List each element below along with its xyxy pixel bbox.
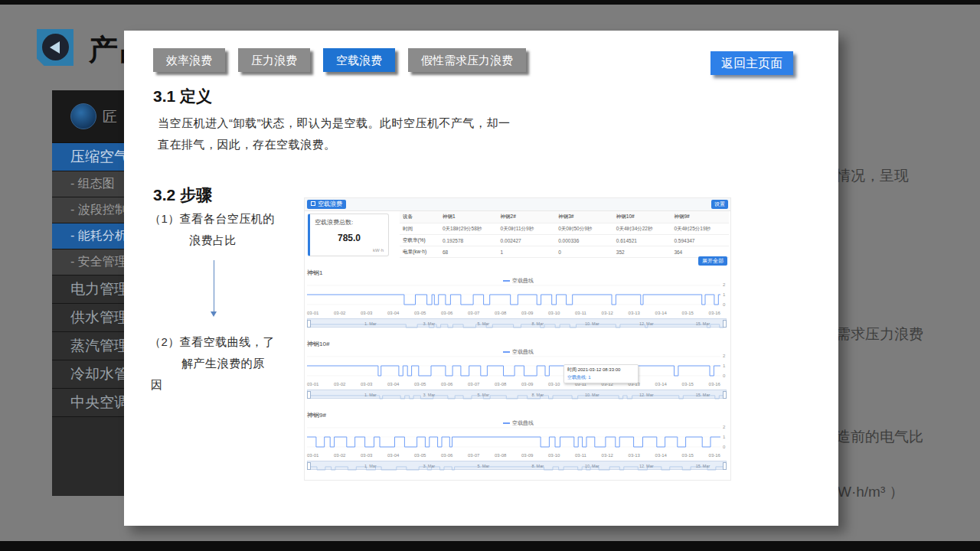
x-axis-tick: 03-02: [334, 311, 345, 315]
tab-假性需求压力浪费[interactable]: 假性需求压力浪费: [408, 48, 526, 72]
table-cell: 0.614521: [613, 238, 671, 243]
window-icon: [311, 201, 315, 206]
table-cell: 352: [613, 249, 671, 255]
chart-tooltip: 时间:2021-03-12 08:33:00 空载曲线: 1: [564, 364, 639, 383]
app-logo-icon: [70, 103, 96, 129]
chart-brush[interactable]: 1. Mar3. Mar5. Mar8. Mar10. Mar12. Mar15…: [307, 390, 727, 399]
x-axis-tick: 03-10: [548, 382, 560, 386]
back-arrow-icon: [42, 34, 69, 60]
table-row-label: 电量(kw·h): [400, 249, 439, 256]
x-axis-tick: 03-03: [361, 453, 372, 458]
step2-text: （2）查看空载曲线，了: [149, 335, 275, 350]
x-axis: 03-0103-0203-0303-0403-0503-0603-0703-08…: [307, 382, 720, 386]
x-axis-tick: 03-06: [441, 382, 452, 386]
chart-title: 神钢10#: [307, 340, 329, 348]
table-header-cell: 神钢2#: [498, 214, 556, 220]
steps-heading: 3.2 步骤: [153, 184, 212, 206]
dashboard-screenshot: 空载浪费 设置 空载浪费总数: 785.0 kW·h 设备神钢1神钢2#神钢3#…: [304, 197, 731, 481]
charts-area: 神钢1 空载曲线 210 03-0103-0203-0303-0403-0503…: [305, 269, 732, 482]
tab-压力浪费[interactable]: 压力浪费: [238, 48, 310, 72]
background-text-fragment: 造前的电气比: [836, 427, 923, 447]
x-axis-tick: 03-10: [548, 311, 560, 315]
x-axis-tick: 03-02: [334, 453, 345, 458]
brush-label: 1. Mar: [364, 393, 377, 397]
idle-waste-badge: 空载浪费: [307, 200, 346, 209]
brush-handle-left[interactable]: [307, 391, 311, 399]
x-axis-tick: 03-08: [495, 382, 506, 386]
brush-label: 8. Mar: [532, 321, 544, 326]
return-home-button[interactable]: 返回主页面: [710, 51, 793, 75]
tab-效率浪费[interactable]: 效率浪费: [153, 48, 225, 72]
brush-label: 5. Mar: [478, 464, 490, 468]
brush-label: 8. Mar: [532, 393, 544, 397]
x-axis-tick: 03-08: [495, 311, 506, 315]
top-letterbox-bar: [0, 0, 980, 5]
summary-card-label: 空载浪费总数:: [315, 218, 353, 227]
x-axis-tick: 03-03: [361, 311, 372, 315]
legend-line-icon: [503, 280, 510, 282]
table-row: 电量(kw·h)6810352364: [400, 246, 729, 258]
bottom-letterbox-bar: [0, 541, 980, 551]
brush-handle-right[interactable]: [723, 462, 727, 470]
brush-label: 1. Mar: [364, 464, 377, 468]
table-cell: 68: [439, 249, 498, 255]
table-cell: 0: [555, 249, 613, 255]
x-axis-tick: 03-01: [307, 311, 318, 315]
chart-section: 神钢9# 空载曲线 210 03-0103-0203-0303-0403-050…: [305, 411, 732, 482]
x-axis-tick: 03-16: [709, 453, 720, 458]
dashboard-header: 空载浪费 设置: [305, 198, 730, 211]
tab-空载浪费[interactable]: 空载浪费: [323, 48, 395, 72]
chart-title: 神钢1: [307, 269, 322, 277]
brush-handle-left[interactable]: [307, 320, 311, 328]
idle-curve-chart: [307, 427, 720, 452]
x-axis-tick: 03-11: [575, 311, 586, 315]
back-button[interactable]: [37, 29, 74, 66]
brush-label: 3. Mar: [423, 393, 436, 397]
chart-title: 神钢9#: [307, 411, 326, 419]
idle-curve-line: [307, 295, 720, 305]
x-axis-tick: 03-12: [602, 453, 613, 458]
background-text-fragment: 情况，呈现: [836, 166, 909, 186]
y-axis-tick: 2: [723, 282, 730, 287]
x-axis-tick: 03-05: [414, 453, 426, 458]
idle-curve-chart: [307, 356, 720, 380]
chart-brush[interactable]: 1. Mar3. Mar5. Mar8. Mar10. Mar12. Mar15…: [307, 318, 727, 328]
y-axis-tick: 0: [723, 302, 730, 307]
expand-all-button[interactable]: 展开全部: [698, 256, 727, 266]
brush-label: 5. Mar: [478, 393, 490, 397]
x-axis-tick: 03-04: [387, 382, 399, 386]
background-text-fragment: 需求压力浪费: [836, 324, 923, 344]
x-axis-tick: 03-16: [709, 311, 720, 315]
x-axis: 03-0103-0203-0303-0403-0503-0603-0703-08…: [307, 453, 720, 458]
table-header-cell: 神钢9#: [671, 214, 729, 220]
overlay-panel: 效率浪费压力浪费空载浪费假性需求压力浪费 返回主页面 3.1 定义 当空压机进入…: [124, 31, 838, 526]
table-header-row: 设备神钢1神钢2#神钢3#神钢10#神钢9#: [400, 211, 729, 223]
brush-label: 10. Mar: [585, 321, 599, 326]
x-axis-tick: 03-14: [655, 453, 667, 458]
legend-line-icon: [503, 351, 510, 353]
chart-brush[interactable]: 1. Mar3. Mar5. Mar8. Mar10. Mar12. Mar15…: [307, 461, 727, 470]
step2-text-line2: 解产生浪费的原: [181, 357, 265, 371]
table-cell: 364: [671, 249, 729, 255]
table-header-cell: 神钢3#: [555, 214, 613, 220]
brush-handle-left[interactable]: [307, 462, 311, 470]
x-axis-tick: 03-01: [307, 382, 318, 386]
x-axis-tick: 03-07: [468, 453, 479, 458]
x-axis-tick: 03-09: [521, 311, 533, 315]
brush-handle-right[interactable]: [723, 391, 727, 399]
brush-label: 10. Mar: [585, 464, 599, 468]
x-axis-tick: 03-09: [521, 382, 533, 386]
x-axis-tick: 03-15: [682, 453, 694, 458]
brush-label: 15. Mar: [696, 464, 710, 468]
brush-label: 8. Mar: [532, 464, 544, 468]
settings-button[interactable]: 设置: [711, 200, 728, 209]
table-row: 空载率(%)0.1925780.0024270.0003360.6145210.…: [400, 235, 729, 246]
x-axis-tick: 03-13: [629, 453, 640, 458]
table-cell: 0.192578: [439, 238, 498, 243]
table-cell: 0.000336: [555, 238, 613, 243]
x-axis-tick: 03-14: [655, 311, 667, 315]
x-axis-tick: 03-05: [414, 311, 426, 315]
x-axis-tick: 03-07: [468, 382, 479, 386]
brush-handle-right[interactable]: [723, 320, 727, 328]
legend-line-icon: [503, 422, 510, 424]
